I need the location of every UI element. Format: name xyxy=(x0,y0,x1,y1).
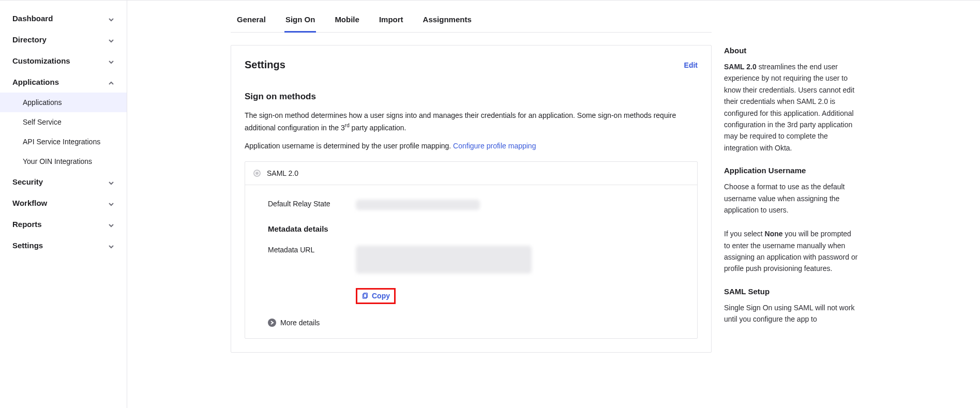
nav-label: Customizations xyxy=(12,56,70,65)
sidebar: Dashboard Directory Customizations Appli… xyxy=(0,1,127,408)
nav-label: Reports xyxy=(12,220,42,229)
radio-icon xyxy=(253,170,261,177)
subnav-oin-integrations[interactable]: Your OIN Integrations xyxy=(0,152,127,171)
chevron-right-circle-icon xyxy=(268,319,276,327)
app-username-heading: Application Username xyxy=(724,166,858,175)
metadata-details-heading: Metadata details xyxy=(268,224,674,233)
nav-label: Workflow xyxy=(12,199,47,207)
app-username-text-2: If you select None you will be prompted … xyxy=(724,228,858,275)
nav-dashboard[interactable]: Dashboard xyxy=(0,8,127,29)
metadata-url-value xyxy=(356,246,532,274)
default-relay-state-value xyxy=(356,200,480,210)
nav-reports[interactable]: Reports xyxy=(0,214,127,235)
subnav-applications-item[interactable]: Applications xyxy=(0,93,127,112)
about-heading: About xyxy=(724,46,858,55)
saml-box: SAML 2.0 Default Relay State Metadata de… xyxy=(245,161,698,339)
nav-label: Directory xyxy=(12,35,47,44)
copy-button-highlight: Copy xyxy=(356,288,396,304)
chevron-down-icon xyxy=(108,179,114,185)
subnav-self-service[interactable]: Self Service xyxy=(0,112,127,132)
nav-label: Security xyxy=(12,177,43,186)
nav-workflow[interactable]: Workflow xyxy=(0,192,127,214)
info-sidebar: About SAML 2.0 streamlines the end user … xyxy=(724,10,858,408)
copy-button[interactable]: Copy xyxy=(361,292,390,300)
tab-sign-on[interactable]: Sign On xyxy=(284,10,316,32)
main-content: General Sign On Mobile Import Assignment… xyxy=(127,1,980,408)
sign-on-description-1: The sign-on method determines how a user… xyxy=(245,110,698,133)
nav-directory[interactable]: Directory xyxy=(0,29,127,50)
chevron-down-icon xyxy=(108,58,114,64)
nav-label: Dashboard xyxy=(12,14,53,23)
chevron-up-icon xyxy=(108,79,114,85)
settings-title: Settings xyxy=(245,59,285,71)
edit-button[interactable]: Edit xyxy=(684,61,698,69)
chevron-down-icon xyxy=(108,16,114,22)
configure-profile-mapping-link[interactable]: Configure profile mapping xyxy=(453,142,536,150)
nav-settings[interactable]: Settings xyxy=(0,235,127,256)
saml-setup-heading: SAML Setup xyxy=(724,287,858,296)
about-text: SAML 2.0 streamlines the end user experi… xyxy=(724,61,858,154)
chevron-down-icon xyxy=(108,221,114,228)
saml-radio-row[interactable]: SAML 2.0 xyxy=(245,162,697,185)
nav-label: Settings xyxy=(12,241,43,250)
chevron-down-icon xyxy=(108,37,114,43)
sign-on-methods-heading: Sign on methods xyxy=(245,92,698,102)
subnav-applications: Applications Self Service API Service In… xyxy=(0,93,127,171)
sign-on-description-2: Application username is determined by th… xyxy=(245,141,698,152)
saml-label: SAML 2.0 xyxy=(267,169,298,177)
tab-assignments[interactable]: Assignments xyxy=(422,10,473,32)
saml-setup-text: Single Sign On using SAML will not work … xyxy=(724,302,858,325)
nav-label: Applications xyxy=(12,78,59,86)
nav-customizations[interactable]: Customizations xyxy=(0,50,127,71)
tab-general[interactable]: General xyxy=(236,10,267,32)
settings-card: Settings Edit Sign on methods The sign-o… xyxy=(231,45,712,353)
metadata-url-label: Metadata URL xyxy=(268,246,356,254)
chevron-down-icon xyxy=(108,200,114,206)
tab-import[interactable]: Import xyxy=(378,10,404,32)
nav-security[interactable]: Security xyxy=(0,171,127,192)
more-details-toggle[interactable]: More details xyxy=(268,319,320,327)
clipboard-icon xyxy=(361,292,369,300)
nav-applications[interactable]: Applications xyxy=(0,71,127,93)
default-relay-state-label: Default Relay State xyxy=(268,200,356,208)
subnav-api-integrations[interactable]: API Service Integrations xyxy=(0,132,127,152)
app-username-text-1: Choose a format to use as the default us… xyxy=(724,181,858,216)
chevron-down-icon xyxy=(108,243,114,249)
tab-mobile[interactable]: Mobile xyxy=(334,10,360,32)
app-tabs: General Sign On Mobile Import Assignment… xyxy=(231,10,712,33)
